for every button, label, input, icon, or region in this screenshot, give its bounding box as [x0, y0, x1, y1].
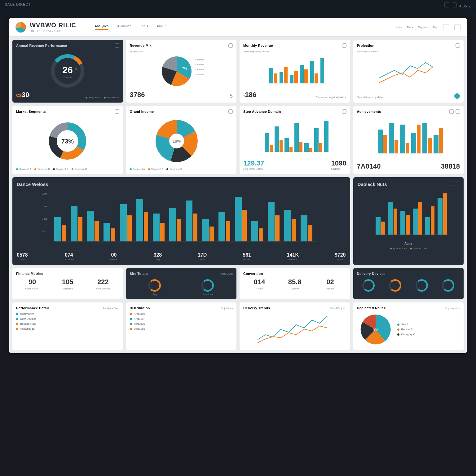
card-title: Conversion — [243, 272, 263, 275]
filter-icon[interactable] — [449, 182, 453, 186]
card-pie2: Grand Income 18% Segment ASegment BSegme… — [126, 106, 237, 174]
svg-rect-72 — [169, 208, 176, 241]
svg-rect-33 — [294, 123, 299, 152]
tab-audience[interactable]: Audience — [117, 24, 131, 30]
svg-rect-63 — [95, 221, 99, 241]
svg-rect-29 — [275, 126, 279, 152]
svg-rect-70 — [153, 214, 160, 241]
more-icon[interactable] — [455, 182, 459, 186]
svg-rect-64 — [104, 223, 110, 241]
svg-text:816: 816 — [42, 230, 46, 232]
list-item[interactable]: Area 18 — [130, 317, 233, 320]
svg-rect-38 — [319, 143, 322, 152]
list-item[interactable]: Analytics BT — [16, 327, 119, 330]
kpi-value: 38818 — [441, 162, 460, 170]
card-title: Delivery Devices — [357, 272, 386, 275]
card-gauge: Annual Revenue Performance 26 % Growth C… — [12, 40, 123, 103]
svg-rect-92 — [381, 222, 385, 235]
card-line-trends: Delivery TrendsDetail Projects — [240, 302, 350, 350]
tab-analytics[interactable]: Analytics — [95, 24, 109, 30]
list-item[interactable]: Area 360 — [130, 312, 233, 315]
card-title: Step Advance Domain — [243, 110, 281, 113]
line-chart — [243, 312, 346, 346]
card-menu-icon[interactable] — [228, 109, 233, 114]
list-item[interactable]: Bounce Rate — [16, 322, 119, 325]
tray-icon[interactable] — [444, 2, 449, 7]
settings-icon[interactable] — [454, 24, 461, 30]
card-menu-icon[interactable] — [228, 43, 233, 48]
svg-rect-16 — [290, 75, 293, 83]
list-item[interactable]: Data 185 — [130, 327, 233, 330]
kpi-prefix: C$ — [16, 93, 22, 98]
svg-text:4858: 4858 — [42, 193, 47, 195]
svg-text:18%: 18% — [173, 139, 181, 143]
tray-icon[interactable] — [452, 2, 457, 7]
tab-about[interactable]: About — [157, 24, 166, 30]
kpi-value: 1090 — [331, 159, 346, 167]
expand-icon[interactable] — [342, 109, 346, 114]
svg-rect-97 — [413, 209, 418, 235]
svg-rect-100 — [431, 206, 434, 235]
search-icon[interactable] — [449, 109, 454, 114]
upload-icon[interactable] — [443, 24, 449, 30]
svg-rect-74 — [186, 201, 192, 241]
svg-rect-46 — [406, 143, 409, 153]
card-menu-icon[interactable] — [342, 43, 346, 48]
svg-rect-85 — [275, 215, 280, 241]
svg-rect-17 — [294, 71, 298, 83]
svg-rect-78 — [218, 212, 225, 241]
donut-chart: 73% — [41, 118, 94, 164]
svg-rect-66 — [120, 204, 127, 241]
card-metrics-b: Site TotalsGet More Avg Sessions — [126, 268, 237, 299]
list-item[interactable]: Summaries — [16, 312, 119, 315]
card-title: Monthly Revenue — [243, 44, 273, 47]
card-pie-relics: Dedicated RelicsSegmentation 0% Sex A Re… — [353, 302, 464, 350]
card-menu-icon[interactable] — [456, 43, 460, 48]
svg-rect-89 — [308, 225, 312, 241]
svg-rect-19 — [304, 69, 308, 83]
card-bar3: Achievements 7A0140 38818 — [353, 106, 464, 174]
svg-rect-91 — [376, 217, 381, 235]
side-bar-chart — [358, 189, 460, 241]
hdr-link[interactable]: Home — [394, 26, 402, 29]
hdr-link[interactable]: Data — [407, 26, 413, 29]
card-title: Dedicated Relics — [357, 306, 386, 310]
line-chart — [376, 55, 441, 89]
svg-rect-52 — [439, 128, 443, 153]
refresh-icon[interactable] — [115, 109, 119, 114]
svg-rect-20 — [310, 61, 314, 83]
card-title: Achievements — [357, 110, 381, 113]
hdr-link[interactable]: Reports — [418, 26, 428, 29]
bar-chart — [262, 54, 327, 88]
tab-tools[interactable]: Tools — [140, 24, 148, 30]
svg-rect-35 — [304, 143, 309, 152]
pie-chart: 7% Segment ASegment BSegment CSegment D — [158, 54, 205, 88]
card-menu-icon[interactable] — [115, 43, 119, 48]
axis-label: Augs — [358, 241, 460, 245]
kpi-value: 129.37 — [243, 159, 264, 167]
svg-rect-44 — [394, 140, 398, 153]
list-item: Region B — [397, 328, 416, 331]
svg-rect-47 — [411, 133, 416, 153]
list-item[interactable]: Data 830 — [130, 322, 233, 325]
svg-rect-43 — [389, 123, 394, 153]
list-item[interactable]: New Devices — [16, 317, 119, 320]
svg-rect-69 — [144, 212, 148, 241]
stat-strip: 0578Orders 074Customers 00Returns 328Avg… — [17, 250, 346, 261]
os-title: SALE DIRECT — [5, 2, 31, 9]
mini-gauge-icon — [201, 279, 214, 292]
svg-rect-88 — [301, 215, 307, 241]
more-icon[interactable] — [456, 109, 460, 114]
pie-chart: 0% — [357, 312, 394, 346]
card-title: Projection — [357, 44, 375, 47]
kpi-value: 30 — [22, 91, 29, 99]
card-title: Dance Weloss — [17, 182, 346, 187]
card-side-bars: Daoleck Nuts Augs Quarter OneQuarter Two — [353, 177, 464, 265]
mini-gauge-icon — [442, 279, 454, 292]
hdr-link[interactable]: Plan — [433, 26, 438, 29]
svg-rect-61 — [78, 217, 82, 241]
svg-rect-28 — [270, 145, 273, 152]
mini-gauge-icon — [416, 279, 428, 292]
mini-gauge-icon — [148, 279, 161, 292]
os-tray: 4:05 E — [443, 2, 471, 9]
